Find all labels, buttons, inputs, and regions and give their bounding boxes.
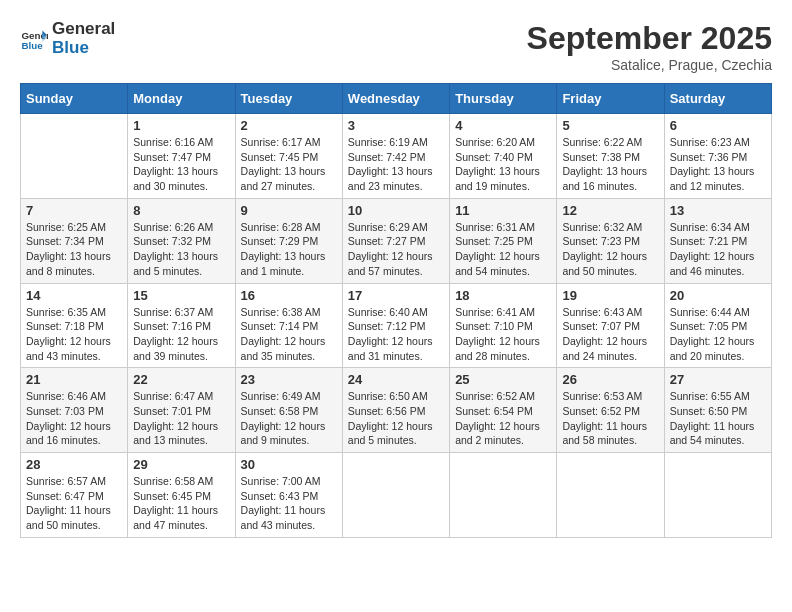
day-cell: 1Sunrise: 6:16 AM Sunset: 7:47 PM Daylig… — [128, 114, 235, 199]
day-cell: 30Sunrise: 7:00 AM Sunset: 6:43 PM Dayli… — [235, 453, 342, 538]
day-cell: 23Sunrise: 6:49 AM Sunset: 6:58 PM Dayli… — [235, 368, 342, 453]
day-number: 14 — [26, 288, 122, 303]
day-cell: 18Sunrise: 6:41 AM Sunset: 7:10 PM Dayli… — [450, 283, 557, 368]
day-cell: 7Sunrise: 6:25 AM Sunset: 7:34 PM Daylig… — [21, 198, 128, 283]
day-number: 1 — [133, 118, 229, 133]
day-cell: 10Sunrise: 6:29 AM Sunset: 7:27 PM Dayli… — [342, 198, 449, 283]
day-info: Sunrise: 6:17 AM Sunset: 7:45 PM Dayligh… — [241, 135, 337, 194]
day-number: 9 — [241, 203, 337, 218]
week-row-3: 14Sunrise: 6:35 AM Sunset: 7:18 PM Dayli… — [21, 283, 772, 368]
day-number: 4 — [455, 118, 551, 133]
page-header: General Blue General Blue September 2025… — [20, 20, 772, 73]
day-info: Sunrise: 6:16 AM Sunset: 7:47 PM Dayligh… — [133, 135, 229, 194]
location-subtitle: Satalice, Prague, Czechia — [527, 57, 772, 73]
day-info: Sunrise: 6:50 AM Sunset: 6:56 PM Dayligh… — [348, 389, 444, 448]
day-info: Sunrise: 6:29 AM Sunset: 7:27 PM Dayligh… — [348, 220, 444, 279]
day-number: 25 — [455, 372, 551, 387]
day-info: Sunrise: 6:52 AM Sunset: 6:54 PM Dayligh… — [455, 389, 551, 448]
day-cell: 14Sunrise: 6:35 AM Sunset: 7:18 PM Dayli… — [21, 283, 128, 368]
week-row-1: 1Sunrise: 6:16 AM Sunset: 7:47 PM Daylig… — [21, 114, 772, 199]
weekday-monday: Monday — [128, 84, 235, 114]
day-cell: 4Sunrise: 6:20 AM Sunset: 7:40 PM Daylig… — [450, 114, 557, 199]
day-info: Sunrise: 6:37 AM Sunset: 7:16 PM Dayligh… — [133, 305, 229, 364]
day-cell: 16Sunrise: 6:38 AM Sunset: 7:14 PM Dayli… — [235, 283, 342, 368]
day-number: 30 — [241, 457, 337, 472]
day-cell: 3Sunrise: 6:19 AM Sunset: 7:42 PM Daylig… — [342, 114, 449, 199]
week-row-2: 7Sunrise: 6:25 AM Sunset: 7:34 PM Daylig… — [21, 198, 772, 283]
day-cell: 29Sunrise: 6:58 AM Sunset: 6:45 PM Dayli… — [128, 453, 235, 538]
day-number: 5 — [562, 118, 658, 133]
weekday-friday: Friday — [557, 84, 664, 114]
day-number: 18 — [455, 288, 551, 303]
logo: General Blue General Blue — [20, 20, 115, 57]
day-cell: 6Sunrise: 6:23 AM Sunset: 7:36 PM Daylig… — [664, 114, 771, 199]
week-row-4: 21Sunrise: 6:46 AM Sunset: 7:03 PM Dayli… — [21, 368, 772, 453]
day-number: 27 — [670, 372, 766, 387]
day-number: 8 — [133, 203, 229, 218]
day-cell: 11Sunrise: 6:31 AM Sunset: 7:25 PM Dayli… — [450, 198, 557, 283]
day-info: Sunrise: 6:58 AM Sunset: 6:45 PM Dayligh… — [133, 474, 229, 533]
day-cell: 25Sunrise: 6:52 AM Sunset: 6:54 PM Dayli… — [450, 368, 557, 453]
day-cell: 8Sunrise: 6:26 AM Sunset: 7:32 PM Daylig… — [128, 198, 235, 283]
day-info: Sunrise: 6:31 AM Sunset: 7:25 PM Dayligh… — [455, 220, 551, 279]
day-cell — [21, 114, 128, 199]
day-info: Sunrise: 6:47 AM Sunset: 7:01 PM Dayligh… — [133, 389, 229, 448]
day-cell — [342, 453, 449, 538]
day-cell: 17Sunrise: 6:40 AM Sunset: 7:12 PM Dayli… — [342, 283, 449, 368]
day-cell: 5Sunrise: 6:22 AM Sunset: 7:38 PM Daylig… — [557, 114, 664, 199]
day-info: Sunrise: 6:55 AM Sunset: 6:50 PM Dayligh… — [670, 389, 766, 448]
day-cell: 26Sunrise: 6:53 AM Sunset: 6:52 PM Dayli… — [557, 368, 664, 453]
week-row-5: 28Sunrise: 6:57 AM Sunset: 6:47 PM Dayli… — [21, 453, 772, 538]
day-info: Sunrise: 6:28 AM Sunset: 7:29 PM Dayligh… — [241, 220, 337, 279]
day-cell: 21Sunrise: 6:46 AM Sunset: 7:03 PM Dayli… — [21, 368, 128, 453]
day-info: Sunrise: 6:34 AM Sunset: 7:21 PM Dayligh… — [670, 220, 766, 279]
svg-text:Blue: Blue — [21, 39, 43, 50]
day-info: Sunrise: 6:41 AM Sunset: 7:10 PM Dayligh… — [455, 305, 551, 364]
day-cell: 27Sunrise: 6:55 AM Sunset: 6:50 PM Dayli… — [664, 368, 771, 453]
day-cell — [450, 453, 557, 538]
day-info: Sunrise: 6:38 AM Sunset: 7:14 PM Dayligh… — [241, 305, 337, 364]
day-number: 22 — [133, 372, 229, 387]
day-number: 20 — [670, 288, 766, 303]
day-number: 7 — [26, 203, 122, 218]
day-number: 17 — [348, 288, 444, 303]
weekday-tuesday: Tuesday — [235, 84, 342, 114]
month-title: September 2025 — [527, 20, 772, 57]
day-number: 11 — [455, 203, 551, 218]
day-info: Sunrise: 6:22 AM Sunset: 7:38 PM Dayligh… — [562, 135, 658, 194]
day-cell: 12Sunrise: 6:32 AM Sunset: 7:23 PM Dayli… — [557, 198, 664, 283]
day-info: Sunrise: 6:53 AM Sunset: 6:52 PM Dayligh… — [562, 389, 658, 448]
day-number: 19 — [562, 288, 658, 303]
day-number: 2 — [241, 118, 337, 133]
logo-icon: General Blue — [20, 25, 48, 53]
day-cell: 24Sunrise: 6:50 AM Sunset: 6:56 PM Dayli… — [342, 368, 449, 453]
weekday-wednesday: Wednesday — [342, 84, 449, 114]
weekday-thursday: Thursday — [450, 84, 557, 114]
day-cell: 19Sunrise: 6:43 AM Sunset: 7:07 PM Dayli… — [557, 283, 664, 368]
day-info: Sunrise: 6:26 AM Sunset: 7:32 PM Dayligh… — [133, 220, 229, 279]
day-number: 24 — [348, 372, 444, 387]
day-info: Sunrise: 6:43 AM Sunset: 7:07 PM Dayligh… — [562, 305, 658, 364]
weekday-header-row: SundayMondayTuesdayWednesdayThursdayFrid… — [21, 84, 772, 114]
day-info: Sunrise: 6:20 AM Sunset: 7:40 PM Dayligh… — [455, 135, 551, 194]
day-number: 12 — [562, 203, 658, 218]
day-info: Sunrise: 6:23 AM Sunset: 7:36 PM Dayligh… — [670, 135, 766, 194]
day-info: Sunrise: 6:32 AM Sunset: 7:23 PM Dayligh… — [562, 220, 658, 279]
weekday-saturday: Saturday — [664, 84, 771, 114]
day-cell — [557, 453, 664, 538]
logo-blue: Blue — [52, 39, 115, 58]
day-info: Sunrise: 6:40 AM Sunset: 7:12 PM Dayligh… — [348, 305, 444, 364]
calendar-table: SundayMondayTuesdayWednesdayThursdayFrid… — [20, 83, 772, 538]
day-info: Sunrise: 6:25 AM Sunset: 7:34 PM Dayligh… — [26, 220, 122, 279]
day-number: 23 — [241, 372, 337, 387]
day-number: 21 — [26, 372, 122, 387]
day-info: Sunrise: 6:19 AM Sunset: 7:42 PM Dayligh… — [348, 135, 444, 194]
day-number: 15 — [133, 288, 229, 303]
day-info: Sunrise: 6:49 AM Sunset: 6:58 PM Dayligh… — [241, 389, 337, 448]
day-cell: 9Sunrise: 6:28 AM Sunset: 7:29 PM Daylig… — [235, 198, 342, 283]
day-number: 29 — [133, 457, 229, 472]
day-info: Sunrise: 6:46 AM Sunset: 7:03 PM Dayligh… — [26, 389, 122, 448]
day-number: 28 — [26, 457, 122, 472]
day-info: Sunrise: 6:44 AM Sunset: 7:05 PM Dayligh… — [670, 305, 766, 364]
logo-general: General — [52, 20, 115, 39]
